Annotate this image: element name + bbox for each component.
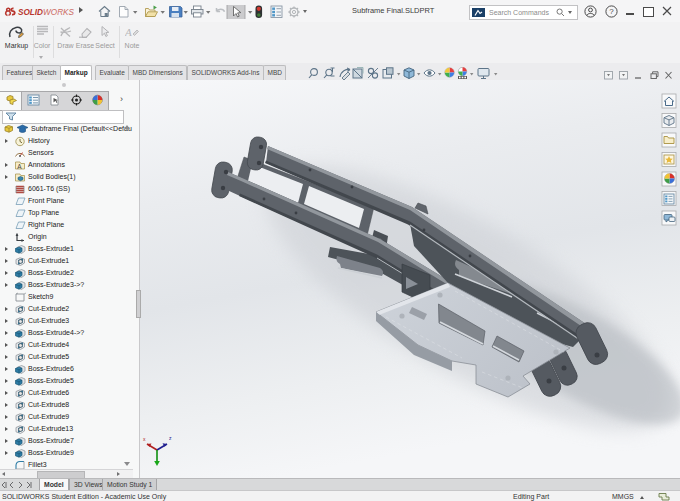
svg-text:?: ? (609, 7, 614, 16)
svg-text:SOLIDWORKS: SOLIDWORKS (18, 8, 75, 17)
svg-text:A: A (125, 26, 132, 38)
